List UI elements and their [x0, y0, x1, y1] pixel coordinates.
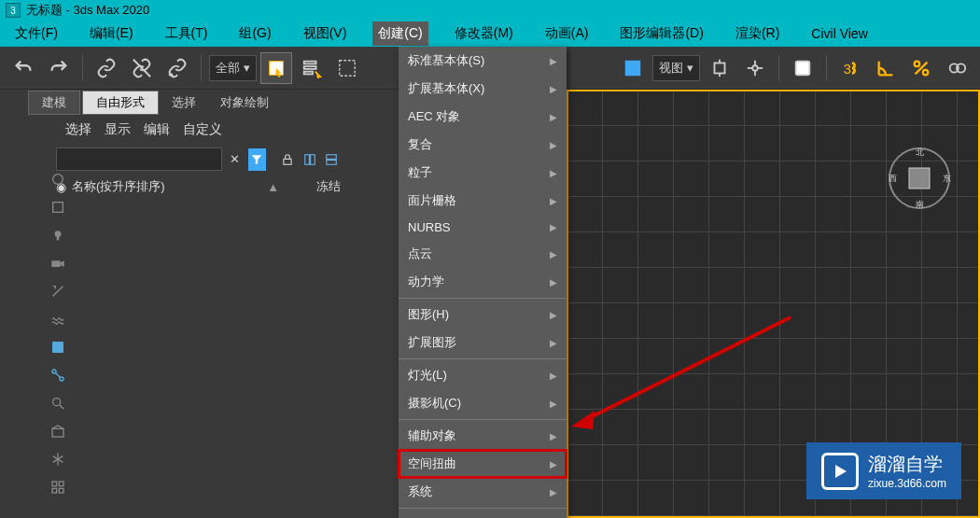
select-region-button[interactable] [331, 52, 363, 84]
svg-rect-28 [53, 203, 63, 213]
search-input[interactable] [56, 147, 222, 171]
col-frozen-header[interactable]: 冻结 [316, 178, 341, 195]
menu-create[interactable]: 创建(C) [372, 21, 427, 46]
manipulate-button[interactable] [739, 52, 771, 84]
window-title: 无标题 - 3ds Max 2020 [26, 2, 149, 19]
menu-view[interactable]: 视图(V) [298, 21, 353, 46]
col-name-header[interactable]: 名称(按升序排序) [72, 178, 267, 195]
svg-rect-31 [51, 260, 60, 267]
svg-rect-32 [52, 342, 63, 353]
menu-group[interactable]: 组(G) [233, 21, 276, 46]
svg-marker-54 [835, 465, 847, 478]
menu-item-dynamics[interactable]: 动力学▶ [399, 268, 567, 296]
menu-item-cameras[interactable]: 摄影机(C)▶ [399, 389, 567, 417]
ref-coord-dropdown[interactable]: 视图▾ [652, 55, 700, 81]
menu-item-aec-objects[interactable]: AEC 对象▶ [399, 103, 567, 131]
snap-toggle-button[interactable] [617, 52, 649, 84]
percent-snap-button[interactable] [905, 52, 937, 84]
svg-rect-7 [715, 63, 725, 73]
filter-button[interactable] [248, 148, 267, 171]
submenu-arrow-icon: ▶ [550, 56, 557, 66]
submenu-arrow-icon: ▶ [550, 399, 557, 409]
menu-item-shapes[interactable]: 图形(H)▶ [399, 301, 567, 329]
svg-point-18 [923, 69, 929, 75]
svg-point-10 [752, 65, 758, 71]
snap-3d-button[interactable]: 3 [834, 52, 866, 84]
panel-tab-display[interactable]: 显示 [105, 121, 131, 138]
clear-search-button[interactable]: ✕ [226, 148, 245, 171]
submenu-arrow-icon: ▶ [550, 168, 557, 178]
menu-item-systems[interactable]: 系统▶ [399, 478, 567, 506]
angle-snap-button[interactable] [870, 52, 902, 84]
menu-item-lights[interactable]: 灯光(L)▶ [399, 361, 567, 389]
menu-item-nurbs[interactable]: NURBS▶ [399, 215, 567, 240]
menu-item-point-cloud[interactable]: 点云▶ [399, 240, 567, 268]
use-pivot-center-button[interactable] [704, 52, 735, 84]
submenu-arrow-icon: ▶ [550, 84, 557, 94]
filter-frozen-icon[interactable] [49, 450, 67, 469]
menu-item-standard-primitives[interactable]: 标准基本体(S)▶ [399, 47, 567, 75]
filter-geometry-icon[interactable] [49, 170, 67, 189]
filter-cameras-icon[interactable] [49, 254, 67, 273]
menu-animation[interactable]: 动画(A) [539, 21, 595, 46]
menu-item-fluids[interactable]: 流体▶ [399, 511, 567, 518]
svg-point-36 [53, 399, 61, 406]
svg-text:南: 南 [916, 200, 924, 209]
menu-item-space-warps[interactable]: 空间扭曲▶ [399, 450, 567, 478]
panel-tab-select[interactable]: 选择 [65, 121, 91, 138]
menu-graph-editors[interactable]: 图形编辑器(D) [614, 21, 708, 46]
menu-item-helpers[interactable]: 辅助对象▶ [399, 422, 567, 450]
view-cube[interactable]: 北 东 南 西 [887, 146, 952, 211]
bind-spacewarp-button[interactable] [161, 52, 193, 84]
select-by-name-button[interactable] [296, 52, 328, 84]
menu-civil-view[interactable]: Civil View [805, 22, 873, 45]
menu-item-compound[interactable]: 复合▶ [399, 131, 567, 159]
tab-modeling[interactable]: 建模 [28, 91, 80, 115]
lock-button[interactable] [278, 148, 297, 171]
select-object-button[interactable] [260, 52, 292, 84]
menu-bar: 文件(F) 编辑(E) 工具(T) 组(G) 视图(V) 创建(C) 修改器(M… [0, 21, 980, 47]
view-mode-1-button[interactable] [301, 148, 319, 171]
filter-groups-icon[interactable] [49, 338, 67, 357]
svg-rect-2 [304, 61, 316, 63]
menu-item-particles[interactable]: 粒子▶ [399, 159, 567, 187]
link-button[interactable] [91, 52, 122, 84]
undo-button[interactable] [7, 52, 39, 84]
svg-rect-30 [57, 237, 60, 240]
menu-item-extended-shapes[interactable]: 扩展图形▶ [399, 329, 567, 357]
menu-item-patch-grids[interactable]: 面片栅格▶ [399, 187, 567, 215]
filter-container-icon[interactable] [49, 422, 67, 441]
view-mode-2-button[interactable] [322, 148, 341, 171]
filter-xref-icon[interactable] [49, 394, 67, 413]
svg-rect-42 [52, 482, 57, 486]
menu-edit[interactable]: 编辑(E) [84, 21, 139, 46]
menu-separator [399, 419, 567, 420]
menu-modifiers[interactable]: 修改器(M) [449, 21, 519, 46]
filter-helpers-icon[interactable] [49, 282, 67, 301]
menu-item-extended-primitives[interactable]: 扩展基本体(X)▶ [399, 75, 567, 103]
spinner-snap-button[interactable] [941, 52, 973, 84]
panel-tab-edit[interactable]: 编辑 [144, 121, 170, 138]
menu-file[interactable]: 文件(F) [9, 21, 63, 46]
create-dropdown-menu: 标准基本体(S)▶ 扩展基本体(X)▶ AEC 对象▶ 复合▶ 粒子▶ 面片栅格… [399, 47, 567, 518]
submenu-arrow-icon: ▶ [550, 140, 557, 150]
tab-freeform[interactable]: 自由形式 [82, 91, 159, 115]
keyboard-shortcut-override-button[interactable] [787, 52, 819, 84]
tab-object-paint[interactable]: 对象绘制 [209, 94, 280, 111]
menu-tools[interactable]: 工具(T) [160, 21, 214, 46]
sort-indicator-icon: ▲ [267, 180, 279, 194]
separator [778, 55, 779, 81]
filter-lights-icon[interactable] [49, 226, 67, 245]
selection-filter-dropdown[interactable]: 全部▾ [209, 55, 257, 81]
filter-spacewarps-icon[interactable] [49, 310, 67, 329]
unlink-button[interactable] [126, 52, 158, 84]
filter-shapes-icon[interactable] [49, 198, 67, 217]
tab-selection[interactable]: 选择 [161, 94, 207, 111]
submenu-arrow-icon: ▶ [550, 338, 557, 348]
filter-bone-icon[interactable] [49, 366, 67, 385]
filter-all-icon[interactable] [49, 478, 67, 497]
menu-rendering[interactable]: 渲染(R) [730, 21, 785, 46]
close-icon: ✕ [230, 152, 240, 166]
panel-tab-customize[interactable]: 自定义 [183, 121, 222, 138]
redo-button[interactable] [43, 52, 75, 84]
